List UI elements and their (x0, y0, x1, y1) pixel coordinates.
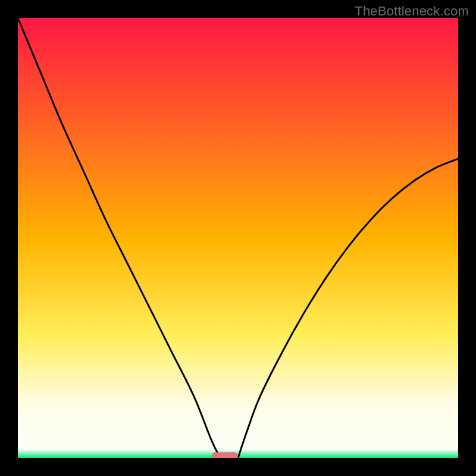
chart-container: TheBottleneck.com (0, 0, 476, 476)
watermark-text: TheBottleneck.com (355, 4, 469, 19)
plot-area (18, 18, 458, 458)
min-region-marker (212, 452, 238, 458)
bottleneck-curve-chart (18, 18, 458, 458)
gradient-background (18, 18, 458, 458)
